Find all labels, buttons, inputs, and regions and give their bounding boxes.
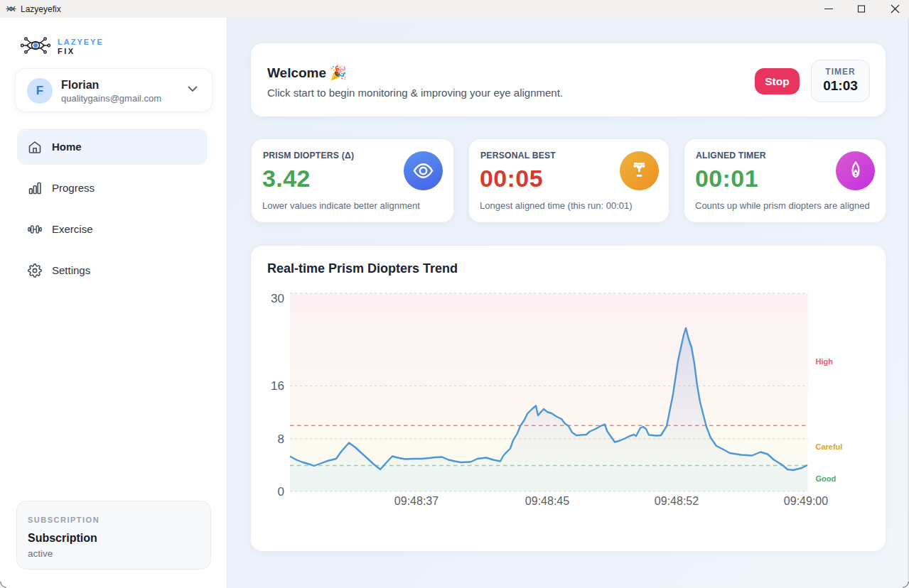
svg-text:0: 0: [278, 485, 284, 499]
svg-text:09:48:45: 09:48:45: [525, 495, 569, 507]
svg-text:High: High: [816, 357, 834, 366]
svg-text:Careful: Careful: [816, 442, 843, 451]
svg-text:09:49:00: 09:49:00: [784, 495, 828, 507]
svg-text:30: 30: [271, 292, 284, 305]
svg-text:09:48:37: 09:48:37: [394, 495, 439, 507]
svg-text:Good: Good: [816, 474, 837, 483]
svg-text:16: 16: [271, 379, 284, 393]
svg-text:8: 8: [278, 432, 284, 446]
svg-text:09:48:52: 09:48:52: [655, 495, 699, 507]
